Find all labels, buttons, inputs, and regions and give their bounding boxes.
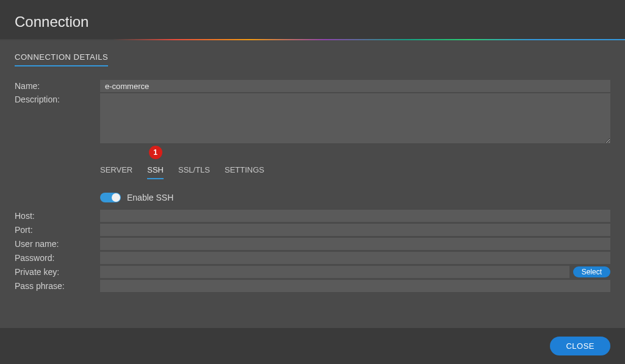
input-private-key[interactable] <box>100 266 569 278</box>
tab-ssltls[interactable]: SSL/TLS <box>178 165 210 179</box>
row-password: Password: <box>15 252 610 264</box>
input-port[interactable] <box>100 224 610 236</box>
row-name: Name: <box>15 80 610 92</box>
input-description[interactable] <box>100 93 610 143</box>
toggle-enable-ssh[interactable] <box>100 193 121 202</box>
row-private-key: Private key: Select <box>15 266 610 278</box>
input-passphrase[interactable] <box>100 280 610 292</box>
button-select-private-key[interactable]: Select <box>573 266 610 277</box>
label-password: Password: <box>15 252 100 264</box>
row-description: Description: <box>15 93 610 146</box>
input-password[interactable] <box>100 252 610 264</box>
label-passphrase: Pass phrase: <box>15 280 100 292</box>
dialog-footer: CLOSE <box>0 328 625 364</box>
section-title: CONNECTION DETAILS <box>15 52 108 66</box>
dialog-content: CONNECTION DETAILS Name: Description: SE… <box>0 40 625 332</box>
label-name: Name: <box>15 80 100 92</box>
row-port: Port: <box>15 224 610 236</box>
tab-ssh-label: SSH <box>147 165 164 174</box>
label-enable-ssh: Enable SSH <box>127 193 173 202</box>
tab-ssh-badge: 1 <box>149 146 162 159</box>
label-private-key: Private key: <box>15 266 100 278</box>
tab-server[interactable]: SERVER <box>100 165 132 179</box>
dialog-title: Connection <box>15 13 610 30</box>
label-port: Port: <box>15 224 100 236</box>
row-user: User name: <box>15 238 610 250</box>
label-description: Description: <box>15 93 100 146</box>
row-passphrase: Pass phrase: <box>15 280 610 292</box>
input-name[interactable] <box>100 80 610 92</box>
input-host[interactable] <box>100 210 610 222</box>
label-host: Host: <box>15 210 100 222</box>
input-user[interactable] <box>100 238 610 250</box>
dialog-header: Connection <box>0 0 625 39</box>
label-user: User name: <box>15 238 100 250</box>
tab-bar: SERVER SSH 1 SSL/TLS SETTINGS <box>100 165 610 179</box>
row-enable-ssh: Enable SSH <box>100 193 610 202</box>
close-button[interactable]: CLOSE <box>550 337 610 355</box>
row-host: Host: <box>15 210 610 222</box>
tab-ssh[interactable]: SSH 1 <box>147 165 164 179</box>
ssh-form: Host: Port: User name: Password: Private… <box>15 210 610 292</box>
tab-settings[interactable]: SETTINGS <box>225 165 264 179</box>
